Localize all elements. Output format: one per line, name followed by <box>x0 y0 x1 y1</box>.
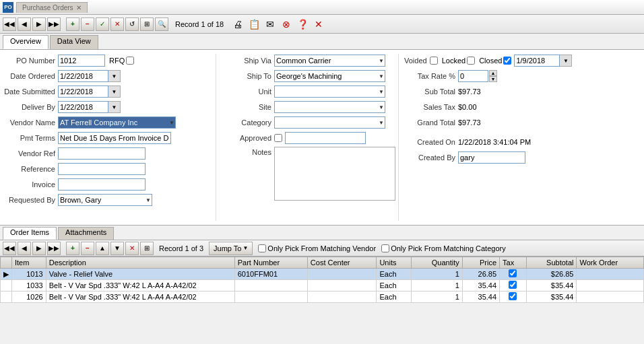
tax-rate-input[interactable] <box>458 70 488 82</box>
date-ordered-dropdown[interactable]: ▼ <box>108 70 121 82</box>
add-button[interactable]: + <box>66 18 79 31</box>
th-work-order: Work Order <box>577 257 644 269</box>
nav-last-button[interactable]: ▶▶ <box>47 18 61 31</box>
unit-select[interactable] <box>274 85 385 98</box>
site-select[interactable] <box>274 101 385 113</box>
deliver-by-input[interactable] <box>58 101 108 113</box>
created-by-input[interactable] <box>458 151 525 164</box>
items-move-down[interactable]: ▼ <box>110 242 124 255</box>
pmt-terms-input[interactable] <box>58 132 171 144</box>
grand-total-row: Grand Total $97.73 <box>404 116 640 129</box>
category-row: Category <box>220 116 395 129</box>
tax-rate-up[interactable]: ▲ <box>489 70 497 76</box>
items-nav-prev[interactable]: ◀ <box>18 242 31 255</box>
sub-total-value: $97.73 <box>458 88 481 96</box>
date-submitted-input[interactable] <box>58 85 108 98</box>
nav-next-button[interactable]: ▶ <box>32 18 46 31</box>
created-on-label: Created On <box>404 138 458 146</box>
tab-overview[interactable]: Overview <box>3 35 49 49</box>
report-button[interactable]: 📋 <box>247 17 261 32</box>
items-delete[interactable]: − <box>81 242 94 255</box>
created-on-row: Created On 1/22/2018 3:41:04 PM <box>404 135 640 149</box>
tab-attachments[interactable]: Attachments <box>58 227 114 240</box>
cell-cost-center <box>307 269 377 280</box>
vendor-ref-input[interactable] <box>58 147 146 160</box>
requested-by-select[interactable]: Brown, Gary <box>58 194 152 206</box>
po-number-row: PO Number RFQ <box>4 54 213 67</box>
items-add[interactable]: + <box>66 242 79 255</box>
th-part-number: Part Number <box>234 257 307 269</box>
items-nav-last[interactable]: ▶▶ <box>47 242 61 255</box>
tab-order-items[interactable]: Order Items <box>3 227 57 240</box>
email-button[interactable]: ✉ <box>263 17 278 32</box>
help-button[interactable]: ❓ <box>295 17 310 32</box>
tab-data-view[interactable]: Data View <box>50 35 98 49</box>
only-matching-vendor-checkbox[interactable] <box>258 244 266 252</box>
closed-date-dropdown[interactable]: ▼ <box>560 55 572 67</box>
table-row[interactable]: 1033 Belt - V Var Spd .333" W:42 L A-A4 … <box>1 280 644 291</box>
closed-date-input[interactable] <box>514 55 560 67</box>
only-matching-category-checkbox[interactable] <box>381 244 389 252</box>
items-move-up[interactable]: ▲ <box>96 242 109 255</box>
table-row[interactable]: 1026 Belt - V Var Spd .333" W:42 L A-A4 … <box>1 291 644 303</box>
left-column: PO Number RFQ Date Ordered ▼ Date Submit… <box>4 54 213 221</box>
locked-checkbox[interactable] <box>467 57 475 65</box>
date-submitted-dropdown[interactable]: ▼ <box>108 85 121 98</box>
save-button[interactable]: ✓ <box>96 18 109 31</box>
voided-checkbox[interactable] <box>430 57 438 65</box>
items-nav-next[interactable]: ▶ <box>32 242 46 255</box>
print-button[interactable]: 🖨 <box>230 17 245 32</box>
reference-input[interactable] <box>58 163 146 175</box>
notes-textarea[interactable] <box>274 147 395 201</box>
nav-prev-button[interactable]: ◀ <box>18 18 31 31</box>
cell-work-order <box>577 269 644 280</box>
th-subtotal: Subtotal <box>526 257 577 269</box>
void-button[interactable]: ⊗ <box>279 17 294 32</box>
approved-label: Approved <box>220 134 274 142</box>
tax-checkbox[interactable] <box>509 269 517 277</box>
items-cancel[interactable]: ✕ <box>125 242 139 255</box>
row-arrow <box>1 291 12 303</box>
date-ordered-row: Date Ordered ▼ <box>4 69 213 83</box>
tax-rate-spinner: ▲ ▼ <box>489 70 497 82</box>
deliver-by-dropdown[interactable]: ▼ <box>108 101 121 113</box>
ship-via-select[interactable]: Common Carrier <box>274 55 385 67</box>
site-wrapper <box>274 101 385 113</box>
window-close-icon[interactable]: ✕ <box>76 4 82 11</box>
invoice-input[interactable] <box>58 178 146 191</box>
unit-row: Unit <box>220 85 395 98</box>
row-arrow <box>1 280 12 291</box>
refresh-button[interactable]: ↺ <box>125 18 139 31</box>
exit-button[interactable]: ✕ <box>311 17 326 32</box>
tax-checkbox[interactable] <box>509 292 517 300</box>
cell-units: Each <box>377 291 412 303</box>
items-nav-first[interactable]: ◀◀ <box>3 242 16 255</box>
cancel-button[interactable]: ✕ <box>110 18 124 31</box>
delete-button[interactable]: − <box>81 18 94 31</box>
filter-button[interactable]: ⊞ <box>140 18 154 31</box>
nav-first-button[interactable]: ◀◀ <box>3 18 16 31</box>
created-by-row: Created By <box>404 151 640 164</box>
approved-checkbox[interactable] <box>274 134 282 142</box>
date-ordered-input[interactable] <box>58 70 108 82</box>
search-button[interactable]: 🔍 <box>155 18 168 31</box>
approved-input[interactable] <box>285 132 366 144</box>
rfq-checkbox[interactable] <box>126 57 134 65</box>
notes-row: Notes <box>220 147 395 201</box>
jump-to-button[interactable]: Jump To ▼ <box>209 242 253 255</box>
category-select[interactable] <box>274 116 385 129</box>
ship-to-wrapper: George's Machining <box>274 70 385 82</box>
vendor-ref-label: Vendor Ref <box>4 149 58 158</box>
cell-tax <box>500 280 527 291</box>
tax-checkbox[interactable] <box>509 281 517 289</box>
table-row[interactable]: ▶ 1013 Valve - Relief Valve 6010FFM01 Ea… <box>1 269 644 280</box>
ship-to-select[interactable]: George's Machining <box>274 70 385 82</box>
closed-checkbox[interactable] <box>503 57 511 65</box>
deliver-by-wrapper: ▼ <box>58 101 121 113</box>
vendor-name-select[interactable]: AT Ferrell Company Inc <box>58 116 176 129</box>
items-filter[interactable]: ⊞ <box>140 242 154 255</box>
po-number-input[interactable] <box>58 55 105 67</box>
created-on-value: 1/22/2018 3:41:04 PM <box>458 138 531 146</box>
tax-rate-down[interactable]: ▼ <box>489 76 497 82</box>
reference-row: Reference <box>4 162 213 176</box>
